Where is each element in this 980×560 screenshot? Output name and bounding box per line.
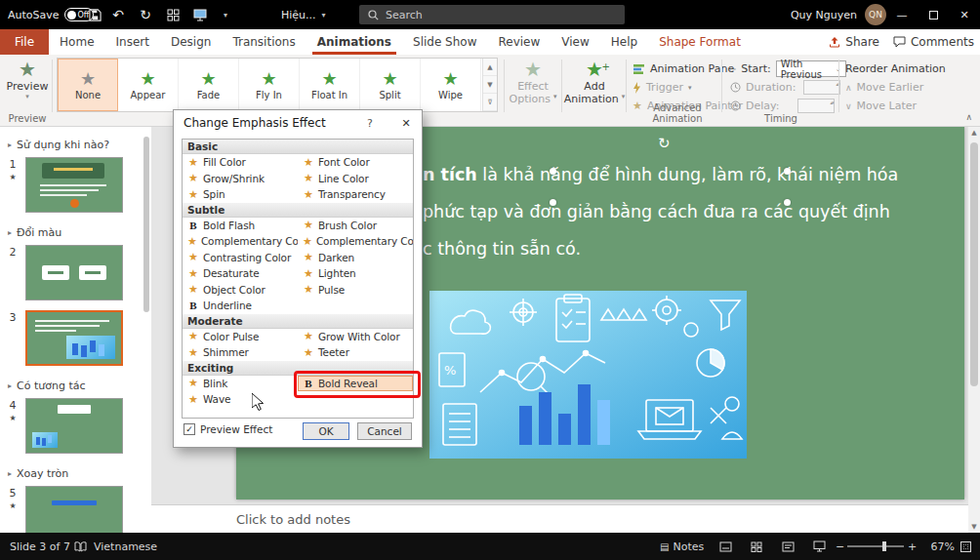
effect-item-desaturate[interactable]: ★Desaturate	[183, 265, 298, 282]
minimize-button[interactable]: —	[886, 0, 918, 29]
effect-item-grow-with-color[interactable]: ★Grow With Color	[298, 329, 413, 345]
duration-input[interactable]	[803, 80, 840, 95]
notes-pane[interactable]: Click to add notes	[151, 504, 968, 533]
save-icon[interactable]	[82, 0, 107, 29]
slide-indicator[interactable]: Slide 3 of 7	[10, 533, 70, 560]
gallery-item-none[interactable]: ★None	[58, 59, 118, 111]
tab-design[interactable]: Design	[160, 29, 222, 55]
search-input[interactable]: Search	[359, 5, 625, 24]
account-name[interactable]: Quy Nguyen	[791, 0, 857, 29]
section-header[interactable]: ▸Sử dụng khi nào?	[0, 135, 151, 155]
dialog-close-button[interactable]: ✕	[390, 110, 422, 136]
notes-toggle[interactable]: ▤ Notes	[660, 533, 704, 560]
slideshow-view-button[interactable]	[806, 533, 832, 560]
redo-icon[interactable]: ↻	[133, 0, 158, 29]
effect-item-blink[interactable]: ★Blink	[183, 376, 298, 392]
scroll-down-icon[interactable]: ▼	[968, 521, 980, 533]
effect-item-lighten[interactable]: ★Lighten	[298, 265, 413, 282]
effect-item-contrasting-color[interactable]: ★Contrasting Color	[183, 250, 298, 266]
effect-item-object-color[interactable]: ★Object Color	[183, 282, 298, 299]
slide-thumbnail-5[interactable]	[25, 486, 123, 533]
start-from-beginning-icon[interactable]	[160, 0, 185, 29]
tab-view[interactable]: View	[551, 29, 599, 55]
effect-item-transparency[interactable]: ★Transparency	[298, 186, 413, 203]
effect-item-complementary-color[interactable]: ★Complementary Color	[183, 233, 298, 250]
preview-button[interactable]: ★ Preview ▾	[8, 59, 47, 100]
document-title[interactable]: Hiệu... ▾	[281, 0, 326, 29]
effect-item-shimmer[interactable]: ★Shimmer	[183, 344, 298, 361]
gallery-item-appear[interactable]: ★Appear	[118, 59, 179, 111]
autosave-toggle[interactable]: AutoSave Off	[8, 0, 94, 29]
start-dropdown[interactable]: With Previous ⌄	[776, 60, 846, 77]
language-indicator[interactable]: Vietnamese	[94, 533, 157, 560]
zoom-out-button[interactable]: −	[836, 533, 844, 560]
spellcheck-icon[interactable]	[74, 533, 87, 560]
move-later-button[interactable]: ∨ Move Later	[845, 98, 917, 114]
effect-item-brush-color[interactable]: ★Brush Color	[298, 218, 413, 234]
close-button[interactable]: ✕	[949, 0, 980, 29]
section-header[interactable]: ▸Xoay tròn	[0, 463, 151, 484]
selection-handle[interactable]	[784, 168, 791, 175]
dialog-help-button[interactable]: ?	[357, 110, 383, 136]
zoom-in-button[interactable]: +	[908, 533, 917, 560]
tab-review[interactable]: Review	[488, 29, 551, 55]
effect-item-complementary-color-2[interactable]: ★Complementary Color 2	[298, 233, 413, 250]
reading-view-button[interactable]	[775, 533, 800, 560]
normal-view-button[interactable]	[713, 533, 738, 560]
gallery-item-float-in[interactable]: ★Float In	[300, 59, 360, 111]
tab-insert[interactable]: Insert	[105, 29, 160, 55]
effect-item-font-color[interactable]: ★Font Color	[298, 154, 413, 171]
effect-item-fill-color[interactable]: ★Fill Color	[183, 154, 298, 171]
tab-file[interactable]: File	[0, 29, 49, 55]
add-animation-button[interactable]: ★+ Add Animation ▾	[568, 59, 621, 105]
gallery-item-split[interactable]: ★Split	[360, 59, 421, 111]
zoom-level[interactable]: 67%	[925, 533, 955, 560]
tab-help[interactable]: Help	[600, 29, 648, 55]
effect-item-pulse[interactable]: ★Pulse	[298, 282, 413, 299]
undo-icon[interactable]: ↶	[105, 0, 131, 29]
section-header[interactable]: ▸Đổi màu	[0, 222, 151, 243]
effect-item-teeter[interactable]: ★Teeter	[298, 344, 413, 361]
tab-home[interactable]: Home	[49, 29, 104, 55]
gallery-down-icon[interactable]: ▼	[483, 76, 497, 94]
slide-thumbnail-2[interactable]	[25, 245, 123, 300]
thumbnail-scrollbar[interactable]	[143, 137, 149, 312]
effect-options-button[interactable]: ★ Effect Options ▾	[510, 59, 556, 105]
dialog-title-bar[interactable]: Change Emphasis Effect ? ✕	[174, 110, 422, 136]
gallery-up-icon[interactable]: ▲	[483, 59, 497, 76]
effect-item-darken[interactable]: ★Darken	[298, 250, 413, 266]
avatar[interactable]: QN	[865, 4, 886, 25]
preview-effect-checkbox[interactable]: ✓ Preview Effect	[184, 423, 272, 435]
section-header[interactable]: ▸Có tương tác	[0, 376, 151, 396]
tab-slide-show[interactable]: Slide Show	[402, 29, 487, 55]
tab-shape-format[interactable]: Shape Format	[648, 29, 752, 55]
delay-input[interactable]	[797, 99, 835, 113]
customize-quick-access-icon[interactable]: ▾	[213, 0, 238, 29]
effect-item-line-color[interactable]: ★Line Color	[298, 171, 413, 187]
effect-item-spin[interactable]: ★Spin	[183, 186, 298, 203]
tab-animations[interactable]: Animations	[306, 29, 402, 55]
slide-thumbnail-3[interactable]	[25, 310, 123, 366]
slide-text-box[interactable]: n tích là khả năng để hình dung, làm rõ,…	[423, 156, 898, 267]
scroll-up-icon[interactable]: ▲	[968, 127, 980, 139]
effect-item-color-pulse[interactable]: ★Color Pulse	[183, 329, 298, 345]
effect-item-grow-shrink[interactable]: ★Grow/Shrink	[183, 171, 298, 187]
scrollbar-thumb[interactable]	[970, 142, 978, 386]
rotate-handle-icon[interactable]: ↻	[658, 135, 671, 152]
fit-to-window-button[interactable]	[960, 533, 971, 560]
move-earlier-button[interactable]: ∧ Move Earlier	[845, 79, 923, 96]
selection-handle[interactable]	[550, 168, 556, 175]
selection-handle[interactable]	[784, 199, 791, 206]
zoom-slider[interactable]	[847, 545, 904, 547]
animation-pane-button[interactable]: Animation Pane	[633, 60, 734, 77]
gallery-item-fade[interactable]: ★Fade	[179, 59, 239, 111]
zoom-slider-thumb[interactable]	[882, 541, 886, 551]
effect-item-bold-flash[interactable]: BBold Flash	[183, 218, 298, 234]
slide-thumbnail-4[interactable]	[25, 398, 123, 454]
effect-item-wave[interactable]: ★Wave	[183, 391, 298, 408]
selection-handle[interactable]	[550, 199, 556, 206]
tab-transitions[interactable]: Transitions	[222, 29, 306, 55]
trigger-button[interactable]: Trigger ▾	[633, 79, 691, 96]
vertical-scrollbar[interactable]: ▲ ▼	[968, 127, 980, 533]
gallery-more-icon[interactable]: ⊽	[483, 94, 497, 111]
